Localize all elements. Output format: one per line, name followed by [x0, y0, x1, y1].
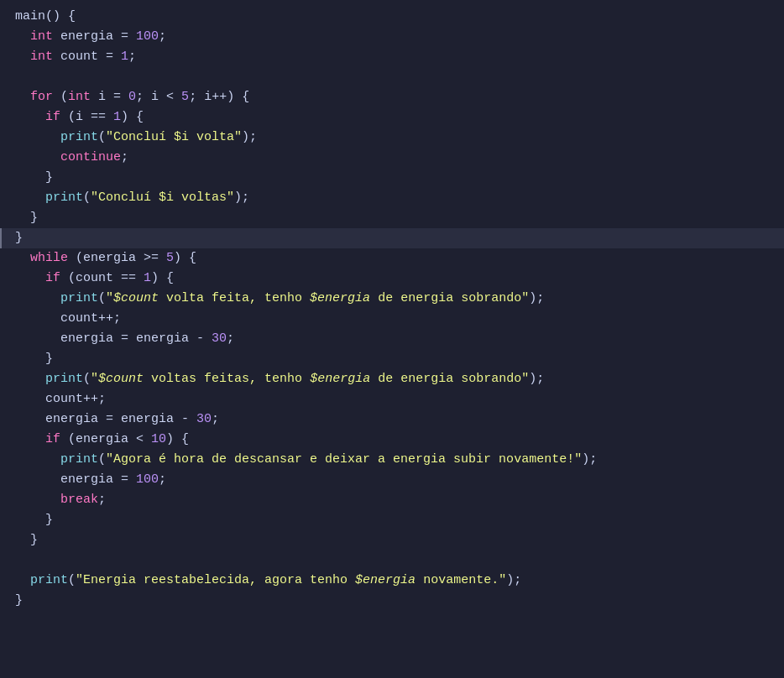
code-line-15: print("$count volta feita, tenho $energi… — [0, 289, 784, 309]
code-line-3: int count = 1; — [0, 47, 784, 67]
code-line-28 — [0, 550, 784, 571]
code-line-19: print("$count voltas feitas, tenho $ener… — [0, 369, 784, 389]
code-editor: main() { int energia = 100; int count = … — [0, 0, 784, 618]
code-line-10: print("Concluí $i voltas"); — [0, 188, 784, 208]
code-line-13: while (energia >= 5) { — [0, 248, 784, 269]
code-line-17: energia = energia - 30; — [0, 329, 784, 349]
code-line-2: int energia = 100; — [0, 27, 784, 47]
code-line-8: continue; — [0, 148, 784, 168]
code-line-20: count++; — [0, 389, 784, 409]
code-line-18: } — [0, 349, 784, 369]
code-line-12: } — [0, 228, 784, 248]
code-line-6: if (i == 1) { — [0, 107, 784, 128]
code-line-16: count++; — [0, 309, 784, 329]
code-line-14: if (count == 1) { — [0, 269, 784, 289]
code-line-25: break; — [0, 490, 784, 510]
code-line-26: } — [0, 510, 784, 530]
code-line-29: print("Energia reestabelecida, agora ten… — [0, 571, 784, 591]
code-line-27: } — [0, 530, 784, 550]
code-line-1: main() { — [0, 7, 784, 27]
code-line-7: print("Concluí $i volta"); — [0, 128, 784, 148]
code-line-22: if (energia < 10) { — [0, 430, 784, 450]
code-line-5: for (int i = 0; i < 5; i++) { — [0, 87, 784, 107]
code-line-24: energia = 100; — [0, 470, 784, 490]
code-line-30: } — [0, 591, 784, 611]
code-line-11: } — [0, 208, 784, 228]
code-line-21: energia = energia - 30; — [0, 409, 784, 430]
code-line-9: } — [0, 168, 784, 188]
code-line-4 — [0, 67, 784, 87]
code-line-23: print("Agora é hora de descansar e deixa… — [0, 450, 784, 470]
